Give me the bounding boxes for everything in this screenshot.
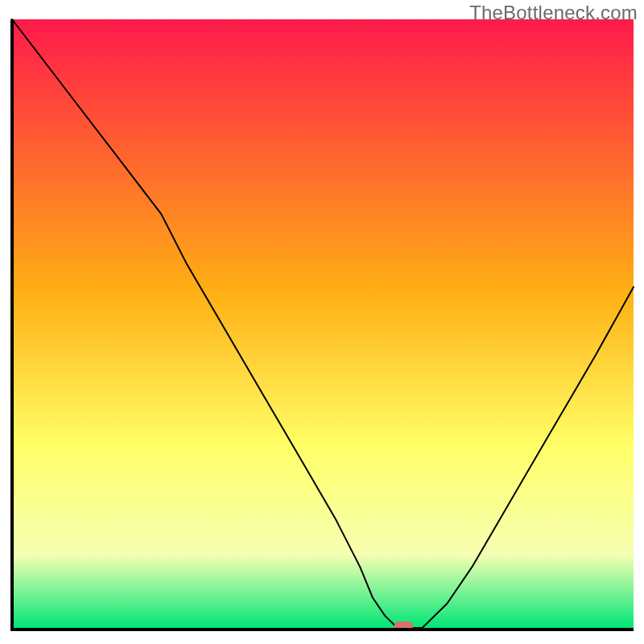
plot-background	[12, 19, 634, 628]
chart-svg	[0, 0, 644, 644]
chart-container: { "watermark": "TheBottleneck.com", "col…	[0, 0, 644, 644]
watermark-text: TheBottleneck.com	[469, 2, 638, 24]
